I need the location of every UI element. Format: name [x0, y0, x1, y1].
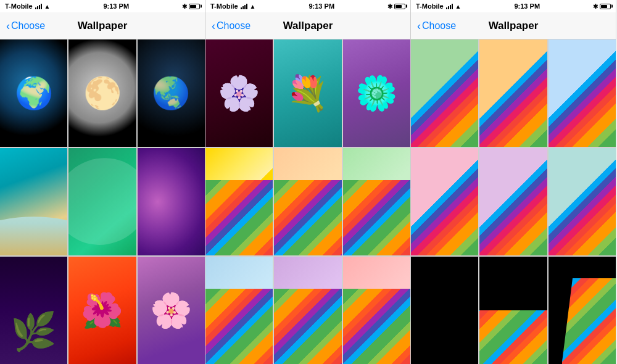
wallpaper-stripe-lavender[interactable] [479, 148, 547, 255]
wallpaper-stripe-teal[interactable] [549, 148, 616, 255]
nav-bar-1: ‹ Choose Wallpaper [0, 12, 205, 39]
signal-bar-6 [242, 6, 244, 9]
nav-title-1: Wallpaper [78, 20, 128, 32]
wallpaper-rainbow-yellow[interactable] [205, 148, 273, 255]
signal-bar-4 [41, 4, 42, 9]
wallpaper-teal-waves[interactable] [0, 148, 67, 255]
back-chevron-2: ‹ [212, 20, 215, 31]
wallpaper-purple-blur[interactable] [138, 148, 205, 255]
back-chevron-1: ‹ [6, 20, 10, 31]
wallpaper-rainbow-blue[interactable] [205, 257, 273, 364]
signal-bar-10 [448, 6, 449, 9]
nav-back-1[interactable]: ‹ Choose [6, 20, 45, 31]
signal-bar-3 [39, 5, 40, 9]
battery-fill-2 [395, 5, 402, 8]
nav-title-3: Wallpaper [489, 20, 539, 32]
wallpaper-rainbow-pink[interactable] [343, 257, 410, 364]
signal-bar-12 [452, 4, 453, 9]
signal-bars-3 [446, 3, 453, 9]
carrier-label-2: T-Mobile [210, 2, 238, 10]
wallpaper-purple-flower[interactable] [343, 39, 410, 147]
time-label-1: 9:13 PM [103, 2, 129, 10]
status-bar-1: T-Mobile ▲ 9:13 PM ✱ [0, 0, 205, 12]
signal-bar-11 [450, 5, 451, 9]
wifi-icon-2: ▲ [250, 3, 256, 10]
nav-back-2[interactable]: ‹ Choose [212, 20, 251, 31]
status-left-1: T-Mobile ▲ [5, 2, 51, 10]
nav-bar-2: ‹ Choose Wallpaper [205, 12, 410, 39]
wallpaper-dark-plant[interactable] [0, 257, 67, 364]
wallpaper-black-stripe2[interactable] [549, 257, 616, 364]
phone-panel-1: T-Mobile ▲ 9:13 PM ✱ ‹ Choose Wallpaper [0, 0, 205, 364]
wallpaper-black[interactable] [411, 257, 478, 364]
status-left-2: T-Mobile ▲ [210, 2, 256, 10]
wallpaper-stripe-blue[interactable] [549, 39, 616, 147]
battery-icon-2 [394, 4, 405, 9]
phone-panel-2: T-Mobile ▲ 9:13 PM ✱ ‹ Choose Wallpaper [205, 0, 411, 364]
wallpaper-green-wave[interactable] [68, 148, 136, 255]
signal-bar-2 [37, 6, 38, 9]
battery-fill-1 [190, 5, 196, 8]
signal-bar-8 [246, 4, 247, 9]
wallpaper-rainbow-green[interactable] [343, 148, 410, 255]
signal-bars-1 [35, 3, 42, 9]
signal-bars-2 [241, 3, 247, 9]
wallpaper-stripe-green[interactable] [411, 39, 478, 147]
wallpaper-grid-2 [205, 39, 410, 364]
wifi-icon-3: ▲ [455, 3, 462, 10]
status-bar-3: T-Mobile ▲ 9:13 PM ✱ [411, 0, 616, 12]
wallpaper-dark-flower[interactable] [205, 39, 273, 147]
back-label-2[interactable]: Choose [217, 20, 251, 31]
bluetooth-icon-1: ✱ [182, 3, 187, 10]
signal-bar-5 [241, 7, 242, 9]
signal-bar-1 [35, 7, 36, 9]
nav-title-2: Wallpaper [283, 20, 333, 32]
wallpaper-stripe-orange[interactable] [479, 39, 547, 147]
battery-fill-3 [601, 5, 607, 8]
time-label-3: 9:13 PM [514, 2, 540, 10]
wifi-icon-1: ▲ [44, 3, 51, 10]
wallpaper-stripe-pink[interactable] [411, 148, 478, 255]
wallpaper-rainbow-peach[interactable] [274, 148, 341, 255]
back-label-1[interactable]: Choose [11, 20, 45, 31]
wallpaper-orange-flower[interactable] [68, 257, 136, 364]
phone-panel-3: T-Mobile ▲ 9:13 PM ✱ ‹ Choose Wallpaper [411, 0, 616, 364]
carrier-label-3: T-Mobile [416, 2, 444, 10]
wallpaper-teal-flower[interactable] [274, 39, 341, 147]
wallpaper-grid-1 [0, 39, 205, 364]
bluetooth-icon-2: ✱ [387, 3, 392, 10]
signal-bar-7 [244, 5, 246, 9]
wallpaper-black-stripe1[interactable] [479, 257, 547, 364]
back-chevron-3: ‹ [417, 20, 421, 31]
wallpaper-pink-flower[interactable] [138, 257, 205, 364]
wallpaper-rainbow-lavender[interactable] [274, 257, 341, 364]
battery-icon-3 [600, 4, 611, 9]
nav-back-3[interactable]: ‹ Choose [417, 20, 456, 31]
status-right-3: ✱ [593, 3, 611, 10]
bluetooth-icon-3: ✱ [593, 3, 598, 10]
status-right-1: ✱ [182, 3, 200, 10]
wallpaper-grid-3 [411, 39, 616, 364]
signal-bar-9 [446, 7, 447, 9]
wallpaper-earth[interactable] [0, 39, 67, 147]
time-label-2: 9:13 PM [308, 2, 334, 10]
nav-bar-3: ‹ Choose Wallpaper [411, 12, 616, 39]
wallpaper-moon[interactable] [68, 39, 136, 147]
carrier-label-1: T-Mobile [5, 2, 33, 10]
status-left-3: T-Mobile ▲ [416, 2, 462, 10]
back-label-3[interactable]: Choose [422, 20, 456, 31]
battery-icon-1 [189, 4, 200, 9]
wallpaper-dark-earth[interactable] [138, 39, 205, 147]
status-right-2: ✱ [387, 3, 405, 10]
status-bar-2: T-Mobile ▲ 9:13 PM ✱ [205, 0, 410, 12]
